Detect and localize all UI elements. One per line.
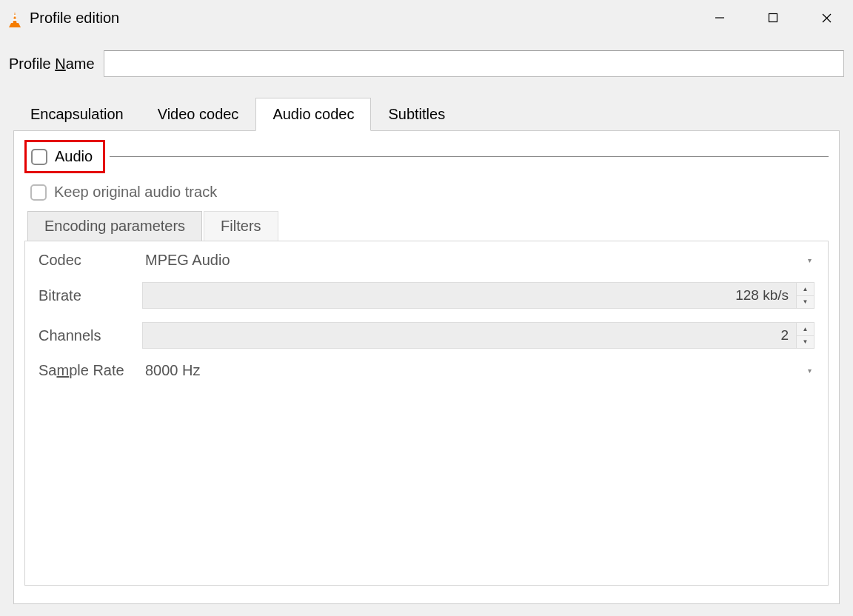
encoding-parameters-panel: Codec MPEG Audio ▾ Bitrate 128 kb/s ▲ ▼ … [24,241,829,586]
samplerate-row: Sample Rate 8000 Hz ▾ [39,362,814,379]
codec-dropdown-icon[interactable]: ▾ [804,256,814,264]
titlebar: Profile edition [0,0,853,36]
bitrate-spin-down[interactable]: ▼ [797,296,814,309]
window-title: Profile edition [30,10,119,27]
svg-marker-0 [13,12,17,23]
window-controls [693,0,853,36]
tab-encapsulation[interactable]: Encapsulation [13,98,141,131]
samplerate-dropdown-icon[interactable]: ▾ [804,366,814,375]
channels-row: Channels 2 ▲ ▼ [39,322,814,349]
audio-checkbox[interactable] [31,149,47,165]
audio-checkbox-label: Audio [55,148,93,165]
audio-checkbox-highlight: Audio [24,140,105,173]
svg-rect-2 [13,19,17,21]
bitrate-label: Bitrate [39,287,142,304]
channels-spin-buttons: ▲ ▼ [796,323,814,348]
samplerate-value[interactable]: 8000 Hz [142,362,804,379]
tab-video-codec[interactable]: Video codec [141,98,256,131]
svg-marker-3 [9,23,21,27]
bitrate-spin-up[interactable]: ▲ [797,283,814,296]
minimize-button[interactable] [693,0,746,36]
tab-audio-codec[interactable]: Audio codec [255,98,371,131]
subtab-encoding-parameters[interactable]: Encoding parameters [27,211,202,241]
close-button[interactable] [800,0,853,36]
samplerate-label: Sample Rate [39,362,142,379]
channels-spin-down[interactable]: ▼ [797,336,814,349]
audio-group-header: Audio [24,140,829,173]
bitrate-value: 128 kb/s [143,287,796,304]
codec-label: Codec [39,252,142,269]
keep-original-label: Keep original audio track [54,184,217,201]
keep-original-checkbox[interactable] [30,184,47,201]
profile-name-row: Profile Name [9,50,844,77]
subtab-filters[interactable]: Filters [204,211,278,241]
svg-rect-5 [769,14,777,22]
channels-spin-up[interactable]: ▲ [797,323,814,336]
bitrate-field[interactable]: 128 kb/s ▲ ▼ [142,282,814,309]
audio-subtabs: Encoding parameters Filters [27,211,829,241]
channels-value: 2 [143,327,796,344]
maximize-button[interactable] [746,0,800,36]
svg-rect-1 [13,15,16,17]
bitrate-row: Bitrate 128 kb/s ▲ ▼ [39,282,814,309]
group-separator-line [110,156,829,157]
bitrate-spin-buttons: ▲ ▼ [796,283,814,308]
codec-row: Codec MPEG Audio ▾ [39,252,814,269]
channels-label: Channels [39,327,142,344]
audio-codec-panel: Audio Keep original audio track Encoding… [13,130,840,604]
tab-subtitles[interactable]: Subtitles [371,98,462,131]
keep-original-row: Keep original audio track [30,184,829,201]
main-tabs: Encapsulation Video codec Audio codec Su… [13,98,844,131]
vlc-cone-icon [7,11,22,26]
profile-name-input[interactable] [104,50,844,77]
channels-field[interactable]: 2 ▲ ▼ [142,322,814,349]
codec-value[interactable]: MPEG Audio [142,252,804,269]
profile-name-label: Profile Name [9,56,95,73]
